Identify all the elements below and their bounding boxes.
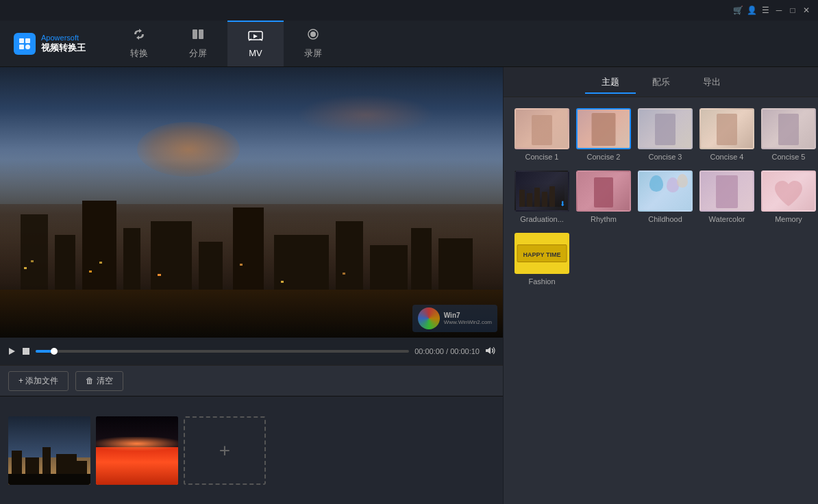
svg-point-3 xyxy=(25,45,30,49)
theme-label-graduation: Graduation... xyxy=(520,215,564,223)
svg-rect-1 xyxy=(25,38,30,43)
logo: Apowersoft 视频转换王 xyxy=(0,33,110,55)
theme-label-concise1: Concise 1 xyxy=(525,153,559,161)
progress-bar[interactable] xyxy=(36,350,409,353)
theme-label-watercolor: Watercolor xyxy=(709,215,745,223)
logo-text: Apowersoft 视频转换王 xyxy=(41,34,86,54)
theme-thumb-fashion: HAPPY TIME xyxy=(515,233,569,274)
time-display: 00:00:00 / 00:00:10 xyxy=(414,347,480,355)
theme-thumb-childhood xyxy=(638,171,693,212)
theme-row-2: ⬇ Graduation... Rhythm xyxy=(515,171,807,223)
filmstrip-item-1[interactable] xyxy=(8,416,90,485)
play-button[interactable] xyxy=(7,346,16,356)
svg-rect-0 xyxy=(19,38,24,43)
filmstrip-add-button[interactable]: + xyxy=(184,416,266,485)
theme-label-childhood: Childhood xyxy=(648,215,682,223)
theme-label-concise2: Concise 2 xyxy=(587,153,621,161)
filmstrip-item-2[interactable] xyxy=(96,416,178,485)
theme-thumb-concise5 xyxy=(761,108,816,149)
convert-icon xyxy=(132,27,146,45)
svg-rect-9 xyxy=(23,348,29,355)
theme-thumb-graduation: ⬇ xyxy=(515,171,569,212)
left-panel: Win7 Www.WinWin2.com xyxy=(0,67,503,504)
theme-item-concise4[interactable]: Concise 4 xyxy=(699,108,754,161)
theme-label-concise5: Concise 5 xyxy=(772,153,806,161)
progress-dot xyxy=(51,348,58,355)
theme-item-fashion[interactable]: HAPPY TIME Fashion xyxy=(515,233,569,286)
theme-thumb-concise3 xyxy=(638,108,693,149)
clear-button[interactable]: 🗑 清空 xyxy=(75,371,123,391)
theme-thumb-memory xyxy=(761,171,816,212)
tab-split-label: 分屏 xyxy=(189,47,207,60)
theme-row-3: HAPPY TIME Fashion xyxy=(515,233,807,286)
theme-item-rhythm[interactable]: Rhythm xyxy=(576,171,631,223)
download-icon: ⬇ xyxy=(560,200,565,207)
tab-record-label: 录屏 xyxy=(304,47,322,60)
topnav: Apowersoft 视频转换王 转换 分屏 xyxy=(0,21,818,67)
theme-item-concise2[interactable]: Concise 2 xyxy=(576,108,631,161)
main: Win7 Www.WinWin2.com xyxy=(0,67,818,504)
theme-thumb-concise4 xyxy=(699,108,754,149)
nav-tabs: 转换 分屏 MV xyxy=(110,21,343,66)
svg-rect-2 xyxy=(19,45,24,49)
tab-export[interactable]: 导出 xyxy=(686,71,737,94)
theme-item-graduation[interactable]: ⬇ Graduation... xyxy=(515,171,569,223)
theme-thumb-concise2 xyxy=(576,108,631,149)
svg-point-8 xyxy=(310,32,316,37)
tab-music[interactable]: 配乐 xyxy=(636,71,686,94)
tab-theme[interactable]: 主题 xyxy=(585,71,636,94)
maximize-button[interactable]: □ xyxy=(786,4,799,16)
svg-rect-4 xyxy=(193,29,197,39)
video-player: Win7 Www.WinWin2.com xyxy=(0,67,503,338)
titlebar: 🛒 👤 ☰ ─ □ ✕ xyxy=(0,0,818,21)
stop-button[interactable] xyxy=(22,347,30,355)
tab-mv[interactable]: MV xyxy=(227,21,284,66)
mv-icon xyxy=(248,31,263,45)
controls: 00:00:00 / 00:00:10 xyxy=(0,338,503,365)
theme-label-concise4: Concise 4 xyxy=(710,153,744,161)
theme-item-watercolor[interactable]: Watercolor xyxy=(699,171,754,223)
theme-thumb-rhythm xyxy=(576,171,631,212)
right-tabs: 主题 配乐 导出 xyxy=(504,67,818,97)
theme-thumb-concise1 xyxy=(515,108,569,149)
theme-item-childhood[interactable]: Childhood xyxy=(638,171,693,223)
theme-thumb-watercolor xyxy=(699,171,754,212)
bottom-toolbar: + 添加文件 🗑 清空 xyxy=(0,365,503,396)
close-button[interactable]: ✕ xyxy=(800,4,813,16)
add-files-button[interactable]: + 添加文件 xyxy=(8,371,69,391)
theme-item-concise5[interactable]: Concise 5 xyxy=(761,108,816,161)
tab-convert[interactable]: 转换 xyxy=(110,21,169,66)
theme-item-concise1[interactable]: Concise 1 xyxy=(515,108,569,161)
tab-mv-label: MV xyxy=(249,48,262,58)
theme-item-concise3[interactable]: Concise 3 xyxy=(638,108,693,161)
tab-split[interactable]: 分屏 xyxy=(169,21,227,66)
cart-icon[interactable]: 🛒 xyxy=(732,4,744,16)
tab-convert-label: 转换 xyxy=(130,47,148,60)
video-bg xyxy=(0,67,503,338)
right-panel: 主题 配乐 导出 Concise 1 Concise xyxy=(503,67,818,504)
svg-rect-5 xyxy=(199,29,203,39)
user-icon[interactable]: 👤 xyxy=(745,4,758,16)
filmstrip: + xyxy=(0,396,503,504)
minimize-button[interactable]: ─ xyxy=(773,4,785,16)
theme-item-memory[interactable]: Memory xyxy=(761,171,816,223)
logo-icon xyxy=(14,33,36,55)
theme-label-fashion: Fashion xyxy=(528,277,555,286)
volume-button[interactable] xyxy=(485,346,496,357)
theme-grid: Concise 1 Concise 2 Concise 3 xyxy=(504,97,818,504)
theme-row-1: Concise 1 Concise 2 Concise 3 xyxy=(515,108,807,161)
theme-label-memory: Memory xyxy=(775,215,802,223)
tab-record[interactable]: 录屏 xyxy=(284,21,343,66)
split-icon xyxy=(191,27,205,45)
theme-label-rhythm: Rhythm xyxy=(591,215,617,223)
menu-icon[interactable]: ☰ xyxy=(759,4,771,16)
record-icon xyxy=(306,27,320,45)
theme-label-concise3: Concise 3 xyxy=(649,153,682,161)
